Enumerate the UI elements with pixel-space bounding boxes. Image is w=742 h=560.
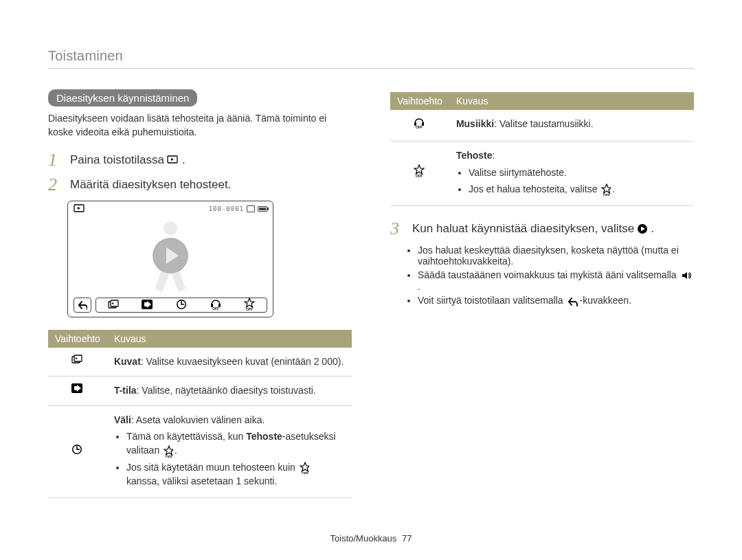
clock-icon xyxy=(71,447,84,458)
arrow-right-icon xyxy=(71,385,84,396)
th-option: Vaihtoehto xyxy=(48,330,107,348)
back-arrow-icon xyxy=(567,297,578,306)
step-1-text-after: . xyxy=(182,153,186,167)
speaker-icon xyxy=(681,270,692,281)
images-icon xyxy=(71,357,84,368)
options-table-left: Vaihtoehto Kuvaus Kuvat: Valitse kuvaesi… xyxy=(48,330,352,498)
th-desc: Kuvaus xyxy=(449,92,694,110)
memory-card-icon xyxy=(247,205,255,212)
star-off-icon xyxy=(244,298,255,313)
headphones-off-icon xyxy=(210,298,221,313)
step-number: 1 xyxy=(48,151,63,169)
row-vali: Väli: Aseta valokuvien välinen aika. Täm… xyxy=(107,405,352,497)
camera-screen-preview: 100-0001 xyxy=(67,201,273,317)
th-option: Vaihtoehto xyxy=(390,92,449,110)
page-number: 77 xyxy=(402,533,412,544)
slideshow-option-bar[interactable] xyxy=(95,298,267,313)
step-2: 2 Määritä diaesityksen tehosteet. xyxy=(48,176,352,194)
step-3-text-before: Kun haluat käynnistää diaesityksen, vali… xyxy=(412,222,634,236)
step-number: 3 xyxy=(390,220,405,238)
star-off-icon xyxy=(164,445,173,458)
right-column: Vaihtoehto Kuvaus Musiikki: Valitse taus… xyxy=(390,89,694,498)
arrow-right-icon xyxy=(142,300,153,311)
star-off-icon xyxy=(300,462,309,474)
header-divider xyxy=(48,68,694,69)
slideshow-icon xyxy=(167,155,179,165)
th-desc: Kuvaus xyxy=(107,330,352,348)
page-title: Toistaminen xyxy=(48,48,694,64)
row-kuvat: Kuvat: Valitse kuvaesitykseen kuvat (eni… xyxy=(107,348,352,377)
row-ttila: T-tila: Valitse, näytetäänkö diaesitys t… xyxy=(107,377,352,405)
intro-text: Diaesitykseen voidaan lisätä tehosteita … xyxy=(48,112,352,139)
images-icon xyxy=(108,300,119,311)
star-off-icon xyxy=(414,170,426,181)
star-off-icon xyxy=(601,183,611,196)
step-3: 3 Kun haluat käynnistää diaesityksen, va… xyxy=(390,220,694,238)
file-id-readout: 100-0001 xyxy=(209,205,244,212)
footer-section: Toisto/Muokkaus xyxy=(330,533,397,544)
clock-icon xyxy=(176,299,187,312)
step-3-text-after: . xyxy=(651,222,654,236)
row-tehoste: Tehoste: Valitse siirtymätehoste. Jos et… xyxy=(449,142,694,206)
section-heading: Diaesityksen käynnistäminen xyxy=(48,89,197,107)
left-column: Diaesityksen käynnistäminen Diaesityksee… xyxy=(48,89,352,498)
page-footer: Toisto/Muokkaus 77 xyxy=(0,533,742,544)
row-musiikki: Musiikki: Valitse taustamusiikki. xyxy=(449,110,694,142)
step-number: 2 xyxy=(48,176,63,194)
step-1: 1 Paina toistotilassa . xyxy=(48,151,352,169)
step-1-text-before: Paina toistotilassa xyxy=(70,153,164,167)
playback-mode-icon xyxy=(74,204,85,214)
battery-icon xyxy=(258,206,267,212)
headphones-off-icon xyxy=(414,122,426,133)
step-3-notes: Jos haluat keskeyttää diaesityksen, kosk… xyxy=(418,245,694,306)
play-circle-icon xyxy=(637,223,648,234)
options-table-right: Vaihtoehto Kuvaus Musiikki: Valitse taus… xyxy=(390,92,694,206)
back-button[interactable] xyxy=(74,298,91,313)
silhouette-image xyxy=(139,218,201,293)
step-2-text: Määritä diaesityksen tehosteet. xyxy=(70,178,231,192)
